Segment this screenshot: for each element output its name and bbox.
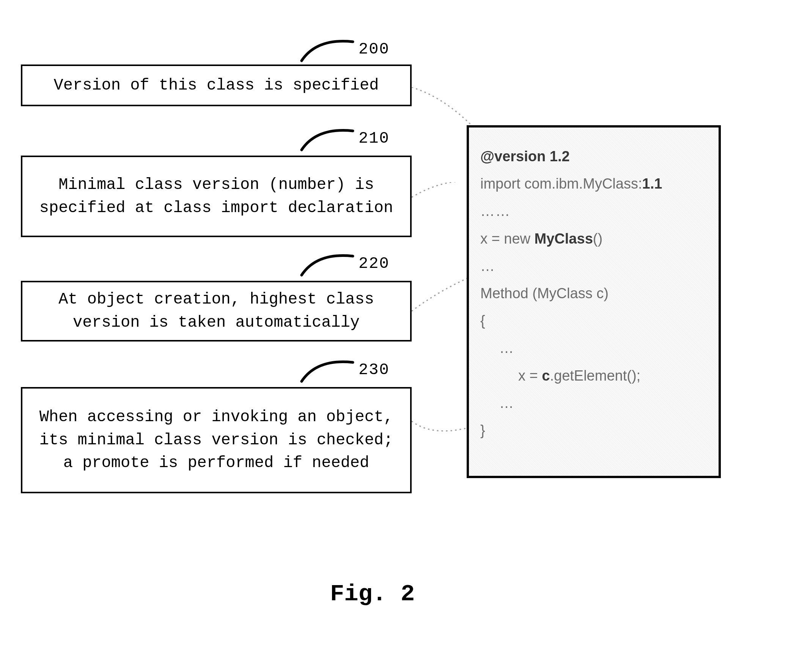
step-text-220: At object creation, highest class versio…	[34, 288, 399, 334]
code-version-annotation: @version	[480, 148, 550, 164]
ref-220-label: 220	[358, 254, 390, 273]
code-version-number: 1.2	[550, 148, 570, 164]
code-line-new: x = new MyClass()	[480, 225, 707, 252]
ref-200: 200	[300, 36, 390, 62]
callout-arc-icon	[300, 36, 355, 62]
code-panel: @version 1.2 import com.ibm.MyClass:1.1 …	[467, 125, 721, 478]
code-line-version: @version 1.2	[480, 143, 707, 170]
code-line-ellipsis: ……	[480, 197, 707, 225]
callout-arc-icon	[300, 125, 355, 152]
ref-230-label: 230	[358, 361, 390, 379]
step-box-230: When accessing or invoking an object, it…	[21, 387, 412, 493]
figure-canvas: 200 210 220 230 Version of this class is…	[0, 0, 799, 672]
ref-230: 230	[300, 357, 390, 383]
ref-210-label: 210	[358, 130, 390, 147]
code-new-suffix: ()	[593, 231, 602, 246]
step-box-220: At object creation, highest class versio…	[21, 281, 412, 341]
code-line-import: import com.ibm.MyClass:1.1	[480, 170, 707, 197]
code-line-ellipsis: …	[480, 389, 707, 417]
ref-220: 220	[300, 250, 390, 277]
code-new-class: MyClass	[535, 231, 593, 246]
code-ellipsis-text: …	[499, 340, 515, 356]
step-box-210: Minimal class version (number) is specif…	[21, 155, 412, 237]
step-text-230: When accessing or invoking an object, it…	[34, 406, 399, 475]
code-line-method-sig: Method (MyClass c)	[480, 280, 707, 307]
ref-210: 210	[300, 125, 390, 152]
code-invoke-prefix: x =	[518, 368, 542, 384]
code-line-open-brace: {	[480, 307, 707, 334]
callout-arc-icon	[300, 250, 355, 277]
step-text-210: Minimal class version (number) is specif…	[34, 173, 399, 220]
figure-caption: Fig. 2	[330, 581, 415, 608]
callout-arc-icon	[300, 357, 355, 383]
code-line-close-brace: }	[480, 417, 707, 444]
code-import-version: 1.1	[642, 176, 662, 192]
code-invoke-obj: c	[542, 368, 550, 384]
code-new-prefix: x = new	[480, 231, 535, 246]
code-import-stmt: import com.ibm.MyClass:	[480, 176, 642, 192]
ref-200-label: 200	[358, 40, 390, 58]
code-line-ellipsis: …	[480, 334, 707, 362]
code-line-ellipsis: …	[480, 252, 707, 280]
code-invoke-suffix: .getElement();	[550, 368, 641, 384]
step-text-200: Version of this class is specified	[54, 74, 379, 97]
step-box-200: Version of this class is specified	[21, 64, 412, 106]
code-ellipsis-text: …	[499, 395, 515, 411]
code-line-invoke: x = c.getElement();	[480, 362, 707, 389]
